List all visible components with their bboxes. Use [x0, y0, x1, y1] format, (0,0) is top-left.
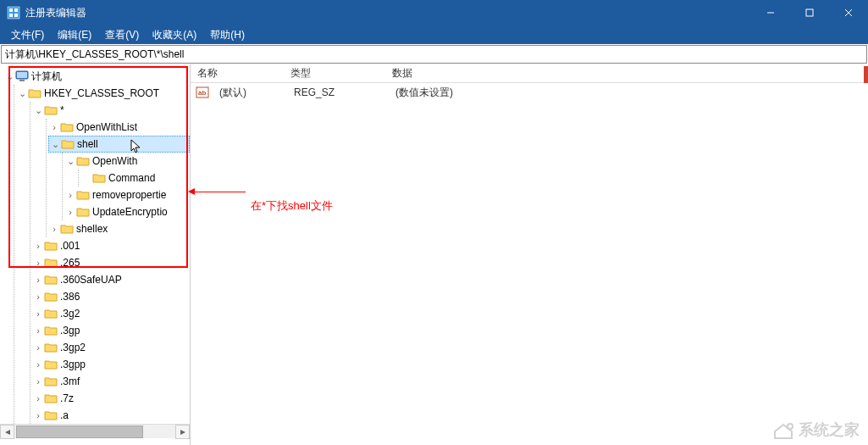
menu-view[interactable]: 查看(V)	[98, 26, 146, 44]
window-title: 注册表编辑器	[25, 6, 751, 20]
registry-tree: ⌄ 计算机 ⌄ HKEY_CLASSES_ROOT	[0, 68, 190, 424]
side-red-tab	[864, 66, 868, 83]
tree-label: .265	[60, 257, 80, 269]
toggle-icon[interactable]: ⌄	[64, 156, 76, 167]
folder-icon	[44, 392, 58, 404]
toggle-icon[interactable]: ›	[32, 241, 44, 251]
menu-file[interactable]: 文件(F)	[4, 26, 51, 44]
tree-node[interactable]: › .3gp	[32, 322, 190, 339]
folder-icon	[44, 257, 58, 269]
svg-rect-10	[17, 72, 27, 78]
tree-label: .3gp	[60, 325, 80, 337]
value-type: REG_SZ	[287, 86, 389, 98]
tree-label: 计算机	[31, 70, 62, 84]
toggle-icon[interactable]: ›	[32, 258, 44, 268]
tree-label: .7z	[60, 392, 74, 404]
tree-horizontal-scrollbar[interactable]: ◂ ▸	[0, 424, 190, 438]
tree-label: .360SafeUAP	[60, 274, 122, 286]
tree-node[interactable]: › UpdateEncryptio	[64, 203, 190, 220]
tree-label: OpenWithList	[76, 121, 137, 133]
menu-favorites[interactable]: 收藏夹(A)	[146, 26, 203, 44]
tree-label: HKEY_CLASSES_ROOT	[44, 87, 159, 99]
col-header-data[interactable]: 数据	[385, 66, 868, 81]
toggle-icon[interactable]: ›	[48, 224, 60, 234]
col-header-name[interactable]: 名称	[191, 66, 284, 81]
main-area: ⌄ 计算机 ⌄ HKEY_CLASSES_ROOT	[0, 64, 868, 445]
tree-node[interactable]: › .a	[32, 407, 190, 424]
svg-rect-1	[9, 8, 13, 12]
folder-icon	[44, 409, 58, 421]
computer-icon	[15, 70, 29, 82]
folder-icon	[44, 342, 58, 353]
toggle-icon[interactable]: ›	[32, 292, 44, 302]
scroll-track[interactable]	[14, 425, 175, 439]
tree-node-computer[interactable]: ⌄ 计算机	[0, 68, 190, 85]
maximize-button[interactable]	[790, 0, 829, 25]
toggle-icon[interactable]: ›	[32, 309, 44, 319]
tree-node[interactable]: › shellex	[48, 220, 190, 237]
tree-node[interactable]: › .3gp2	[32, 339, 190, 356]
toggle-icon[interactable]: ⌄	[16, 88, 28, 99]
tree-node[interactable]: ⌄ OpenWith	[64, 153, 190, 170]
toggle-icon[interactable]: ›	[48, 122, 60, 132]
col-header-type[interactable]: 类型	[284, 66, 385, 81]
tree-node[interactable]: › Command	[80, 170, 190, 186]
tree-node[interactable]: › .3g2	[32, 305, 190, 322]
value-row[interactable]: ab (默认) REG_SZ (数值未设置)	[191, 83, 868, 102]
folder-icon	[76, 206, 90, 218]
menu-edit[interactable]: 编辑(E)	[51, 26, 98, 44]
tree-node[interactable]: › removepropertie	[64, 186, 190, 203]
folder-icon	[92, 172, 106, 184]
tree-node-hkcr[interactable]: ⌄ HKEY_CLASSES_ROOT	[16, 85, 190, 102]
svg-rect-3	[9, 14, 13, 17]
annotation-arrow	[190, 192, 246, 192]
regedit-app-icon	[7, 6, 20, 19]
svg-text:ab: ab	[198, 89, 206, 97]
tree-node[interactable]: › .360SafeUAP	[32, 271, 190, 288]
minimize-button[interactable]	[751, 0, 790, 25]
svg-rect-2	[14, 8, 18, 12]
tree-node[interactable]: › OpenWithList	[48, 119, 190, 136]
title-bar: 注册表编辑器	[0, 0, 868, 25]
tree-node[interactable]: › .3gpp	[32, 356, 190, 373]
toggle-icon[interactable]: ⌄	[3, 71, 15, 82]
toggle-icon[interactable]: ›	[32, 359, 44, 370]
scroll-left-button[interactable]: ◂	[0, 425, 14, 439]
toggle-icon[interactable]: ›	[32, 275, 44, 285]
address-input[interactable]	[5, 48, 863, 60]
toggle-icon[interactable]: ›	[32, 342, 44, 353]
toggle-icon[interactable]: ›	[32, 325, 44, 336]
folder-icon	[44, 291, 58, 303]
menu-help[interactable]: 帮助(H)	[203, 26, 252, 44]
tree-node-star[interactable]: ⌄ *	[32, 102, 190, 119]
toggle-icon[interactable]: ⌄	[49, 139, 61, 150]
tree-label: Command	[108, 172, 155, 184]
close-button[interactable]	[829, 0, 868, 25]
tree-node[interactable]: › .265	[32, 254, 190, 271]
toggle-icon[interactable]: ›	[32, 410, 44, 420]
tree-node[interactable]: › .3mf	[32, 373, 190, 390]
folder-icon	[61, 138, 75, 150]
tree-node-shell[interactable]: ⌄ shell	[48, 136, 190, 153]
tree-panel[interactable]: ⌄ 计算机 ⌄ HKEY_CLASSES_ROOT	[0, 64, 191, 445]
toggle-icon[interactable]: ›	[64, 207, 76, 217]
tree-label: .001	[60, 240, 80, 252]
toggle-icon[interactable]: ›	[32, 393, 44, 403]
toggle-icon[interactable]: ›	[64, 190, 76, 200]
folder-icon	[44, 359, 58, 370]
folder-icon	[44, 375, 58, 387]
tree-node[interactable]: › .001	[32, 237, 190, 254]
scroll-right-button[interactable]: ▸	[175, 425, 190, 439]
menu-bar: 文件(F) 编辑(E) 查看(V) 收藏夹(A) 帮助(H)	[0, 25, 868, 44]
tree-node[interactable]: › .7z	[32, 390, 190, 407]
folder-icon	[44, 240, 58, 252]
address-bar	[1, 45, 867, 64]
tree-label: shell	[77, 138, 98, 150]
folder-icon	[44, 308, 58, 320]
tree-label: .a	[60, 409, 69, 421]
scroll-thumb[interactable]	[16, 426, 143, 438]
toggle-icon[interactable]: ⌄	[32, 105, 44, 116]
toggle-icon[interactable]: ›	[32, 376, 44, 387]
tree-node[interactable]: › .386	[32, 288, 190, 305]
folder-icon	[28, 87, 41, 99]
